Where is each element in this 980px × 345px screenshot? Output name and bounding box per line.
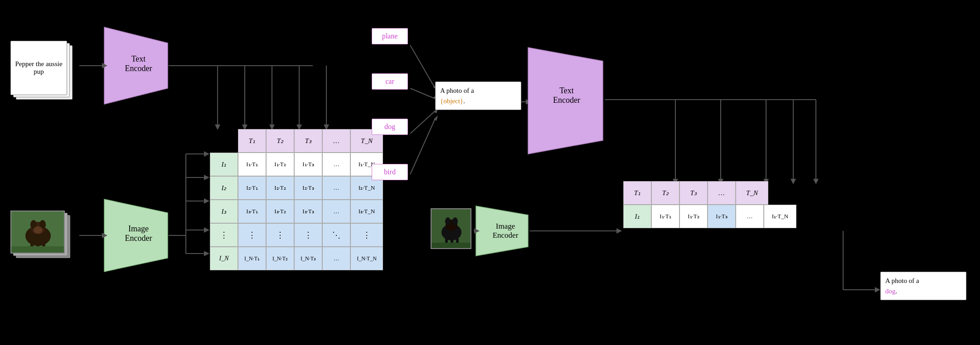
svg-point-72 <box>445 217 451 225</box>
matrix-row-3: I₃ I₃·T₁ I₃·T₂ I₃·T₃ … I₃·T_N <box>210 200 383 223</box>
svg-marker-22 <box>204 175 209 180</box>
left-text-encoder-label: TextEncoder <box>112 54 165 73</box>
right-text-encoder-label: TextEncoder <box>537 86 596 105</box>
output-highlighted-word: dog <box>885 288 896 295</box>
svg-rect-77 <box>432 243 471 249</box>
text-stack-label: Pepper the aussie pup <box>15 60 63 76</box>
svg-marker-51 <box>813 179 819 184</box>
svg-point-73 <box>452 217 458 225</box>
class-label-plane: plane <box>372 28 408 44</box>
right-col-headers: T₁ T₂ T₃ … T_N <box>623 181 768 205</box>
svg-marker-28 <box>204 251 209 256</box>
matrix-row-dots: ⋮ ⋮ ⋮ ⋮ ⋱ ⋮ <box>210 223 383 247</box>
svg-rect-68 <box>11 246 64 253</box>
class-label-car: car <box>372 73 408 90</box>
svg-marker-58 <box>875 287 880 292</box>
matrix-row-n: I_N I_N·T₁ I_N·T₂ I_N·T₃ … I_N·T_N <box>210 247 383 270</box>
left-image-encoder-label: ImageEncoder <box>112 224 165 243</box>
svg-line-35 <box>410 119 435 174</box>
svg-marker-20 <box>204 151 209 157</box>
svg-line-33 <box>410 111 435 134</box>
svg-marker-49 <box>791 179 796 184</box>
right-dog-image <box>431 208 471 249</box>
matrix-row-1: I₁ I₁·T₁ I₁·T₂ I₁·T₃ … I₁·T_N <box>210 153 383 176</box>
right-image-encoder-label: ImageEncoder <box>485 222 526 240</box>
svg-marker-24 <box>204 198 209 204</box>
dog-image-stack <box>9 211 75 260</box>
class-label-dog: dog <box>372 119 408 135</box>
class-label-bird: bird <box>372 164 408 180</box>
matrix-col-headers: T₁ T₂ T₃ … T_N <box>210 129 383 153</box>
text-stack: Pepper the aussie pup <box>9 41 75 104</box>
svg-marker-53 <box>616 228 622 234</box>
svg-line-31 <box>410 88 435 99</box>
prompt-template-box: A photo of a {object}. <box>435 81 521 110</box>
right-matrix-row: I₁ I₁·T₁ I₁·T₂ I₁·T₃ … I₁·T_N <box>623 205 796 228</box>
svg-point-64 <box>34 226 43 234</box>
matrix-row-2: I₂ I₂·T₁ I₂·T₂ I₂·T₃ … I₂·T_N <box>210 176 383 200</box>
svg-marker-26 <box>204 227 209 233</box>
svg-line-29 <box>410 45 435 88</box>
prompt-object-placeholder: {object} <box>440 97 463 105</box>
output-text-box: A photo of a dog. <box>880 272 966 300</box>
